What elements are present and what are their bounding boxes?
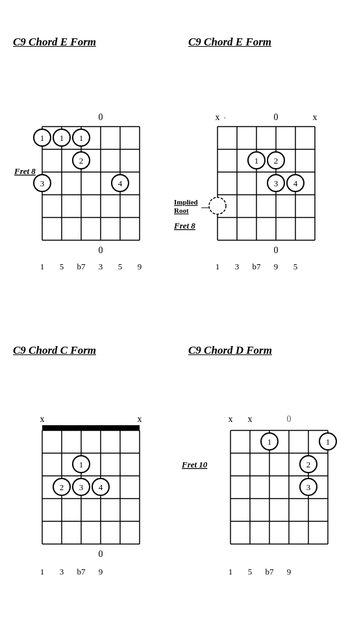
bl-int-2: 3	[60, 567, 64, 576]
tl-dot-1-str2-label: 1	[60, 133, 64, 143]
page-container: C9 Chord E Form C9 Chord E Form C9 Chord…	[0, 0, 348, 644]
tr-int-2: 3	[235, 262, 240, 271]
tr-dot-3-str4-label: 3	[274, 179, 279, 188]
bl-dot-2-label: 2	[60, 482, 64, 492]
br-fret-label: Fret 10	[181, 460, 208, 469]
tr-dot-2-str4-label: 2	[274, 156, 279, 166]
tr-dot-1-str3-label: 1	[255, 156, 259, 166]
tl-int-1: 1	[40, 262, 45, 271]
tr-x-str1: x	[216, 112, 220, 122]
tl-int-6: 9	[138, 262, 142, 271]
tr-int-3: b7	[253, 262, 262, 271]
br-dot-1-str6-label: 1	[326, 437, 330, 447]
bl-int-4: 9	[99, 567, 103, 576]
tr-int-1: 1	[216, 262, 220, 271]
tr-open-above: 0	[274, 112, 279, 122]
bl-nut	[42, 425, 140, 430]
br-int-4: 9	[287, 567, 292, 576]
tl-int-4: 3	[99, 262, 103, 271]
br-x-str1: x	[229, 414, 233, 424]
br-open-above: 0	[287, 414, 292, 424]
br-dot-3-str5-label: 3	[306, 482, 311, 492]
br-x-str2: x	[248, 414, 253, 424]
tl-int-3: b7	[77, 262, 86, 271]
tl-fret-label: Fret 8	[14, 166, 36, 176]
br-dot-2-str5-label: 2	[306, 460, 311, 469]
tr-open-below: 0	[274, 245, 279, 255]
tl-dot-1-str3-label: 1	[79, 133, 84, 143]
tl-open-below: 0	[99, 245, 103, 255]
tl-dot-3-str1-label: 3	[40, 179, 45, 188]
bl-x-str6: x	[138, 414, 142, 424]
tr-int-5: 5	[293, 262, 298, 271]
bl-dot-1-label: 1	[79, 460, 84, 469]
tl-dot-4-str5-label: 4	[118, 179, 123, 188]
tl-dot-2-str3-label: 2	[79, 156, 84, 166]
tr-int-4: 9	[274, 262, 279, 271]
tl-open-above: 0	[99, 112, 103, 122]
br-int-2: 5	[248, 567, 253, 576]
tl-int-2: 5	[60, 262, 64, 271]
tr-implied-root-circle	[209, 197, 226, 214]
bl-int-1: 1	[40, 567, 45, 576]
tr-implied-root-label: Implied	[174, 198, 198, 206]
br-int-3: b7	[266, 567, 275, 576]
br-dot-1-str3-label: 1	[267, 437, 272, 447]
tl-dot-1-str1-label: 1	[40, 133, 45, 143]
tl-int-5: 5	[118, 262, 123, 271]
br-int-1: 1	[229, 567, 233, 576]
tr-implied-root-label2: Root	[174, 206, 189, 214]
bl-open-below: 0	[99, 549, 103, 559]
tr-dot-4-str5-label: 4	[293, 179, 298, 188]
bl-x-str1: x	[40, 414, 45, 424]
bl-dot-4-label: 4	[99, 482, 103, 492]
tr-fret-label: Fret 8	[173, 221, 195, 230]
tr-x-str6: x	[313, 112, 317, 122]
main-svg: 0 Fret 8 0 1 1 1 2 3	[0, 0, 348, 644]
bl-dot-3-label: 3	[79, 482, 84, 492]
bl-int-3: b7	[77, 567, 86, 576]
tr-dot-implied: ·	[224, 114, 226, 121]
